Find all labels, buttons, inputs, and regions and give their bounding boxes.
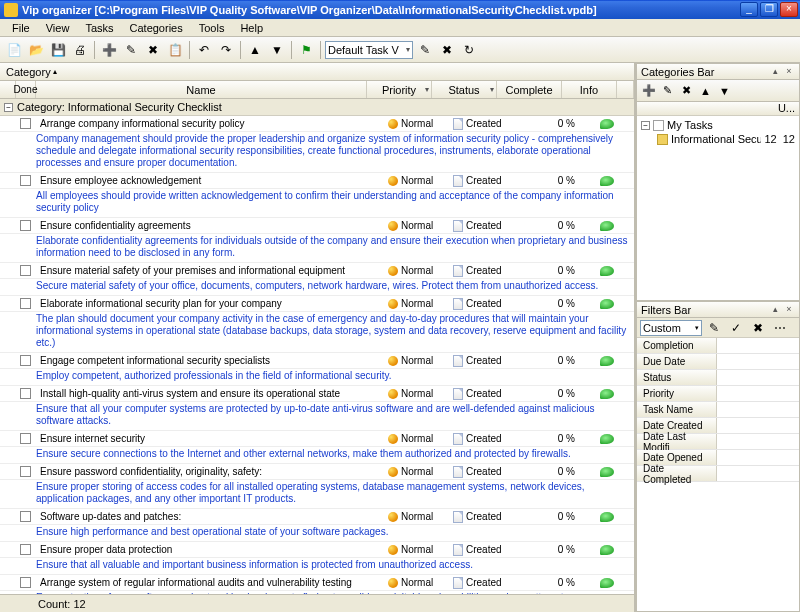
menu-categories[interactable]: Categories (122, 20, 191, 36)
restore-button[interactable]: ❐ (760, 2, 778, 17)
filter-save-icon[interactable]: ✓ (726, 318, 746, 338)
status-icon (453, 544, 463, 556)
move-up-icon[interactable]: ▲ (245, 40, 265, 60)
flag-icon[interactable]: ⚑ (296, 40, 316, 60)
done-checkbox[interactable] (20, 118, 31, 129)
task-status: Created (449, 387, 514, 401)
view-combo[interactable]: Default Task V▾ (325, 41, 413, 59)
done-checkbox[interactable] (20, 265, 31, 276)
task-name: Ensure material safety of your premises … (36, 264, 384, 277)
delete-task-icon[interactable]: ✖ (143, 40, 163, 60)
task-priority: Normal (384, 354, 449, 367)
task-row[interactable]: Ensure confidentiality agreements Normal… (0, 218, 634, 234)
done-checkbox[interactable] (20, 175, 31, 186)
tree-root[interactable]: − My Tasks (639, 118, 797, 132)
menu-view[interactable]: View (38, 20, 78, 36)
undo-icon[interactable]: ↶ (194, 40, 214, 60)
filter-row[interactable]: Date Last Modifi (637, 434, 799, 450)
filter-row[interactable]: Completion (637, 338, 799, 354)
add-task-icon[interactable]: ➕ (99, 40, 119, 60)
col-priority[interactable]: Priority▾ (367, 81, 432, 98)
task-row[interactable]: Ensure internet security Normal Created … (0, 431, 634, 447)
group-row[interactable]: − Category: Informational Security Check… (0, 99, 634, 116)
clear-icon[interactable]: ✖ (437, 40, 457, 60)
task-row[interactable]: Software up-dates and patches: Normal Cr… (0, 509, 634, 525)
filter-row[interactable]: Task Name (637, 402, 799, 418)
filter-icon[interactable]: ✎ (415, 40, 435, 60)
cat-up-icon[interactable]: ▲ (697, 82, 714, 99)
cat-del-icon[interactable]: ✖ (678, 82, 695, 99)
filter-del-icon[interactable]: ✖ (748, 318, 768, 338)
task-row[interactable]: Ensure password confidentiality, origina… (0, 464, 634, 480)
minimize-button[interactable]: _ (740, 2, 758, 17)
filter-row[interactable]: Status (637, 370, 799, 386)
col-name[interactable]: Name (36, 81, 367, 98)
menu-help[interactable]: Help (232, 20, 271, 36)
filter-select[interactable]: Custom▾ (640, 320, 702, 336)
filter-more-icon[interactable]: ⋯ (770, 318, 790, 338)
done-checkbox[interactable] (20, 511, 31, 522)
done-checkbox[interactable] (20, 466, 31, 477)
filter-row[interactable]: Due Date (637, 354, 799, 370)
tree-child[interactable]: Informational Security Checklist 1212 (639, 132, 797, 146)
task-info (579, 298, 634, 310)
task-row[interactable]: Arrange system of regular informational … (0, 575, 634, 591)
cat-add-icon[interactable]: ➕ (640, 82, 657, 99)
edit-task-icon[interactable]: ✎ (121, 40, 141, 60)
pin-icon[interactable]: ▴ (769, 304, 781, 316)
task-status: Created (449, 510, 514, 524)
done-checkbox[interactable] (20, 298, 31, 309)
done-checkbox[interactable] (20, 388, 31, 399)
filter-edit-icon[interactable]: ✎ (704, 318, 724, 338)
cat-edit-icon[interactable]: ✎ (659, 82, 676, 99)
col-complete[interactable]: Complete (497, 81, 562, 98)
tree-expand-icon[interactable]: − (641, 121, 650, 130)
pin-icon[interactable]: ▴ (769, 66, 781, 78)
task-row[interactable]: Engage competent informational security … (0, 353, 634, 369)
redo-icon[interactable]: ↷ (216, 40, 236, 60)
close-button[interactable]: × (780, 2, 798, 17)
col-done[interactable]: Done (16, 81, 36, 98)
menu-file[interactable]: File (4, 20, 38, 36)
copy-icon[interactable]: 📋 (165, 40, 185, 60)
task-complete: 0 % (514, 117, 579, 130)
new-icon[interactable]: 📄 (4, 40, 24, 60)
menu-tools[interactable]: Tools (191, 20, 233, 36)
filter-row[interactable]: Priority (637, 386, 799, 402)
menubar: File View Tasks Categories Tools Help (0, 19, 800, 37)
task-priority: Normal (384, 387, 449, 400)
col-status[interactable]: Status▾ (432, 81, 497, 98)
task-info (579, 511, 634, 523)
task-row[interactable]: Ensure material safety of your premises … (0, 263, 634, 279)
task-row[interactable]: Install high-quality anti-virus system a… (0, 386, 634, 402)
menu-tasks[interactable]: Tasks (77, 20, 121, 36)
task-priority: Normal (384, 543, 449, 556)
done-checkbox[interactable] (20, 355, 31, 366)
task-desc: Elaborate confidentiality agreements for… (0, 234, 634, 263)
task-row[interactable]: Ensure employee acknowledgement Normal C… (0, 173, 634, 189)
move-down-icon[interactable]: ▼ (267, 40, 287, 60)
task-desc: Ensure proper storing of access codes fo… (0, 480, 634, 509)
done-checkbox[interactable] (20, 577, 31, 588)
done-checkbox[interactable] (20, 433, 31, 444)
done-checkbox[interactable] (20, 544, 31, 555)
col-info[interactable]: Info (562, 81, 617, 98)
refresh-icon[interactable]: ↻ (459, 40, 479, 60)
filter-row[interactable]: Date Completed (637, 466, 799, 482)
panel-close-icon[interactable]: × (783, 304, 795, 316)
print-icon[interactable]: 🖨 (70, 40, 90, 60)
group-collapse-icon[interactable]: − (4, 103, 13, 112)
panel-close-icon[interactable]: × (783, 66, 795, 78)
task-row[interactable]: Arrange company informational security p… (0, 116, 634, 132)
priority-icon (388, 434, 398, 444)
category-tab[interactable]: Category▴ (0, 63, 634, 81)
cat-down-icon[interactable]: ▼ (716, 82, 733, 99)
done-checkbox[interactable] (20, 220, 31, 231)
task-row[interactable]: Elaborate informational security plan fo… (0, 296, 634, 312)
save-icon[interactable]: 💾 (48, 40, 68, 60)
task-info (579, 577, 634, 589)
open-icon[interactable]: 📂 (26, 40, 46, 60)
task-complete: 0 % (514, 543, 579, 556)
priority-icon (388, 356, 398, 366)
task-row[interactable]: Ensure proper data protection Normal Cre… (0, 542, 634, 558)
